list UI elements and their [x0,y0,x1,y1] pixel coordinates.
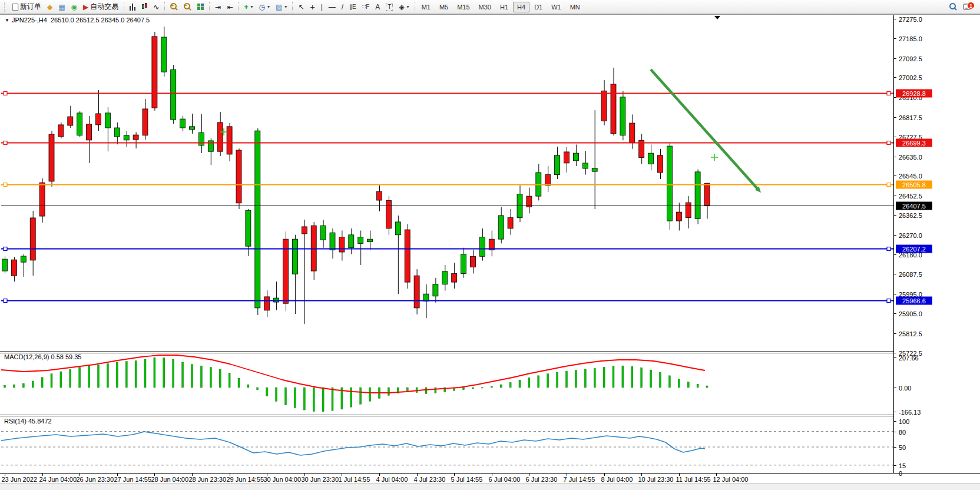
zoom-in-icon: + [170,3,178,11]
indicators-button[interactable]: + ▾ [241,1,256,13]
auto-scroll-button[interactable]: ⇥ [212,1,224,13]
svg-text:30 Jun 04:00: 30 Jun 04:00 [264,476,302,483]
notifications-button[interactable]: 1 [960,1,974,13]
svg-text:28 Jun 23:30: 28 Jun 23:30 [189,476,227,483]
new-order-button[interactable]: 新订单 [9,1,44,13]
auto-scroll-icon: ⇥ [215,4,221,11]
cursor-tool-button[interactable]: ↖ [295,1,307,13]
svg-text:27 Jun 14:55: 27 Jun 14:55 [114,476,152,483]
time-axis[interactable]: 23 Jun 202224 Jun 04:0026 Jun 23:3027 Ju… [2,474,749,483]
timeframe-D1[interactable]: D1 [530,2,547,12]
line-chart-icon: ∿ [153,4,159,11]
fibonacci-tool-button[interactable]: ∷F [359,1,372,13]
candlestick-chart-button[interactable] [138,1,150,13]
svg-text:4 Jul 23:30: 4 Jul 23:30 [414,476,446,483]
svg-text:26699.3: 26699.3 [902,140,926,147]
horizontal-line-tool-button[interactable]: — [326,1,339,13]
text-label-tool-button[interactable]: T [383,1,396,13]
line-handle [4,299,7,303]
chart-title[interactable]: ▼JPN225-,H4 26510.0 26512.5 26345.0 2640… [5,16,150,24]
search-icon [949,3,957,11]
zoom-out-button[interactable]: − [181,1,194,13]
svg-text:10 Jul 23:30: 10 Jul 23:30 [638,476,674,483]
svg-text:7 Jul 14:55: 7 Jul 14:55 [564,476,595,483]
symbol-dropdown-icon[interactable]: ▼ [5,18,9,23]
svg-text:26545.0: 26545.0 [899,173,922,180]
periods-button[interactable]: ◷ ▾ [256,1,273,13]
chevron-down-icon: ▾ [407,4,409,9]
timeframe-M5[interactable]: M5 [435,2,452,12]
shapes-tool-button[interactable]: ◈ ▾ [396,1,412,13]
timeframe-M15[interactable]: M15 [453,2,474,12]
svg-text:6 Jul 23:30: 6 Jul 23:30 [526,476,558,483]
svg-text:1 Jul 14:55: 1 Jul 14:55 [339,476,370,483]
svg-text:26207.2: 26207.2 [902,246,926,253]
svg-text:24 Jun 04:00: 24 Jun 04:00 [39,476,77,483]
algo-trading-button[interactable]: ▶ 自动交易 [80,1,121,13]
svg-text:27002.5: 27002.5 [899,74,922,81]
candlestick-chart-icon [141,3,147,11]
templates-button[interactable]: ▨ ▾ [273,1,290,13]
market-watch-button[interactable]: ◆ [44,1,55,13]
bar-chart-button[interactable] [127,1,138,13]
line-handle [4,141,7,145]
svg-text:26407.5: 26407.5 [902,203,926,210]
candles-layer [2,27,710,324]
text-tool-button[interactable]: A [372,1,383,13]
search-button[interactable] [946,1,960,13]
svg-text:26270.0: 26270.0 [899,232,922,239]
timeframe-M1[interactable]: M1 [418,2,435,12]
svg-text:25966.6: 25966.6 [902,297,926,304]
algo-trading-label: 自动交易 [90,2,118,12]
svg-text:11 Jul 14:55: 11 Jul 14:55 [676,476,711,483]
chart-canvas[interactable]: 27275.027185.027092.527002.526910.026817… [0,0,980,490]
channel-tool-button[interactable]: ∥E [346,1,359,13]
svg-text:26452.5: 26452.5 [899,193,922,200]
timeframe-H4[interactable]: H4 [513,2,529,12]
templates-icon: ▨ [276,4,282,11]
trendline-tool-button[interactable]: / [339,1,346,13]
fibonacci-icon: ∷F [362,4,369,10]
svg-text:28 Jun 04:00: 28 Jun 04:00 [151,476,189,483]
svg-text:-166.13: -166.13 [899,409,921,416]
equidistant-channel-icon: ∥E [349,4,356,10]
svg-text:27092.5: 27092.5 [899,55,922,62]
line-chart-button[interactable]: ∿ [150,1,162,13]
tile-windows-button[interactable] [194,1,207,13]
zoom-in-button[interactable]: + [167,1,181,13]
toolbar-separator [124,2,124,12]
indicators-icon: + [244,4,248,11]
svg-text:25905.0: 25905.0 [899,310,922,317]
line-handle [887,299,890,303]
svg-text:4 Jul 04:00: 4 Jul 04:00 [376,476,408,483]
timeframe-MN[interactable]: MN [566,2,584,12]
line-handle [887,247,890,251]
data-window-button[interactable]: ▦ [55,1,68,13]
signals-button[interactable]: ◉ [68,1,80,13]
chevron-down-icon: ▾ [284,4,287,9]
vertical-line-tool-button[interactable]: | [318,1,326,13]
chart-shift-button[interactable]: ⇤ [224,1,236,13]
zoom-out-icon: − [184,3,191,11]
timeframe-W1[interactable]: W1 [547,2,565,12]
text-icon: A [375,4,380,11]
toolbar-separator [292,2,293,12]
toolbar-separator [209,2,210,12]
timeframe-M30[interactable]: M30 [475,2,495,12]
toolbar-separator [238,2,239,12]
cursor-icon: ↖ [298,4,304,11]
tile-windows-icon [197,4,204,10]
svg-text:0.00: 0.00 [899,385,911,392]
horizontal-line-icon: — [329,4,336,11]
toolbar-grip[interactable] [4,2,8,12]
macd-indicator-label: MACD(12,26,9) 0.58 59.35 [4,353,81,360]
timeframe-H1[interactable]: H1 [496,2,512,12]
svg-text:26362.5: 26362.5 [899,212,922,219]
svg-text:26928.8: 26928.8 [902,90,926,97]
chart-shift-icon: ⇤ [227,4,233,11]
crosshair-tool-button[interactable]: + [307,1,317,13]
crosshair-icon: + [310,3,314,11]
line-handle [4,92,7,95]
chart-shift-marker [714,16,720,19]
toolbar-separator [164,2,165,12]
